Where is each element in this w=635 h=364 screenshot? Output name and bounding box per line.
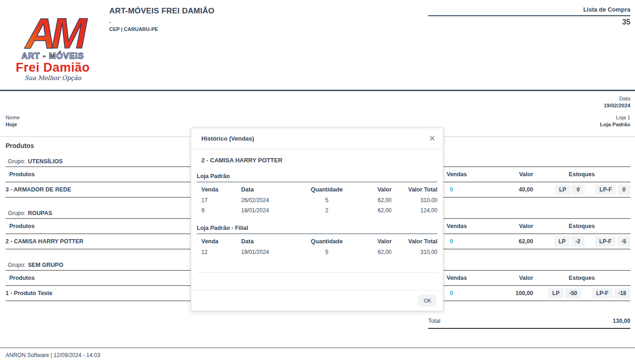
nome-label: Nome [6, 115, 20, 120]
venda-cell: 12 [201, 249, 241, 255]
nome-block: Nome Hoje [6, 115, 20, 127]
logo-art-moveis-text: ART - MÓVEIS [13, 52, 93, 61]
estoques-cell: LP -50 LP-F -18 [533, 288, 630, 298]
ok-button[interactable]: OK [418, 295, 436, 307]
dialog-body-divider [197, 272, 437, 272]
company-address-line: - [109, 19, 214, 25]
data-value: 19/02/2024 [604, 103, 630, 108]
logo-slogan-text: Sua Melhor Opção [13, 74, 93, 81]
store-section-loja-padrao-filial: Loja Padrão - Filial Venda Data Quantida… [197, 225, 437, 257]
valor-total-cell: 124,00 [392, 207, 437, 214]
company-name: ART-MÓVEIS FREI DAMIÃO [109, 6, 214, 16]
valor-col-header: Valor [485, 275, 533, 281]
footer-text: ANRON Software | 12/09/2024 - 14:03 [6, 352, 635, 358]
valor-total-col-header: Valor Total [392, 186, 437, 193]
loja-block: Loja 1 Loja Padrão [600, 115, 630, 127]
lpf-label-badge: LP-F [595, 236, 616, 247]
venda-col-header: Venda [201, 238, 241, 245]
dialog-header: Histórico (Vendas) ✕ [191, 128, 443, 149]
vendas-col-header: Vendas [443, 171, 485, 178]
quantidade-col-header: Quantidade [306, 238, 348, 245]
header-divider [0, 90, 635, 91]
lp-label-badge: LP [555, 185, 570, 195]
company-cep-city: CEP | CARUARU-PE [109, 26, 214, 32]
valor-cell: 62,00 [348, 197, 392, 204]
venda-cell: 17 [201, 197, 241, 204]
vendas-count-link[interactable]: 0 [443, 290, 485, 296]
valor-value: 40,00 [485, 186, 533, 193]
table-row: 9 18/01/2024 2 62,00 124,00 [197, 205, 437, 216]
total-label: Total [428, 318, 440, 324]
vendas-count-link[interactable]: 0 [443, 238, 485, 245]
store-section-loja-padrao: Loja Padrão Venda Data Quantidade Valor … [197, 173, 437, 216]
data-col-header: Data [241, 186, 306, 193]
vendas-col-header: Vendas [443, 223, 485, 229]
total-row: Total 130,00 [428, 318, 630, 329]
lp-label-badge: LP [554, 236, 570, 247]
dialog-product-title: 2 - CAMISA HARRY POTTER [201, 157, 437, 164]
venda-cell: 9 [201, 207, 241, 214]
valor-total-cell: 310,00 [392, 249, 437, 255]
valor-cell: 62,00 [348, 249, 392, 255]
group-label: Grupo: [8, 158, 25, 165]
loja-label: Loja 1 [600, 115, 630, 120]
group-label: Grupo: [8, 262, 25, 268]
report-header: Lista de Compra 35 [428, 6, 630, 26]
table-row: 17 26/02/2024 5 62,00 310,00 [197, 195, 437, 205]
valor-value: 62,00 [485, 238, 533, 245]
data-cell: 19/01/2024 [241, 249, 306, 255]
report-number: 35 [428, 18, 630, 26]
modal-table-header-row: Venda Data Quantidade Valor Valor Total [197, 234, 437, 247]
store-name: Loja Padrão - Filial [197, 225, 437, 234]
estoques-cell: LP -2 LP-F -5 [533, 236, 630, 247]
lista-de-compra-report-page: AM ART - MÓVEIS Frei Damião Sua Melhor O… [0, 0, 635, 364]
valor-value: 100,00 [485, 290, 533, 296]
quantidade-col-header: Quantidade [306, 186, 348, 193]
valor-col-header: Valor [348, 186, 392, 193]
lpf-value-badge: -18 [614, 288, 630, 298]
page-footer: ANRON Software | 12/09/2024 - 14:03 [0, 347, 635, 358]
lpf-value-badge: -5 [617, 236, 630, 247]
valor-col-header: Valor [348, 238, 392, 245]
group-name: ROUPAS [28, 210, 52, 216]
company-header: ART-MÓVEIS FREI DAMIÃO - CEP | CARUARU-P… [109, 6, 214, 32]
products-section-heading: Produtos [6, 142, 34, 149]
quantidade-cell: 5 [306, 249, 348, 255]
estoques-col-header: Estoques [533, 275, 630, 281]
quantidade-cell: 2 [306, 207, 348, 214]
group-name: UTENSÍLIOS [28, 158, 62, 165]
lp-value-badge: 0 [572, 185, 585, 195]
logo-frei-damiao-text: Frei Damião [13, 61, 93, 74]
dialog-title: Histórico (Vendas) [201, 135, 254, 142]
logo-monogram-graphic: AM [15, 10, 91, 52]
nome-value: Hoje [6, 122, 20, 127]
quantidade-cell: 5 [306, 197, 348, 204]
estoques-col-header: Estoques [533, 171, 630, 178]
data-label: Data [604, 96, 630, 101]
company-logo: AM ART - MÓVEIS Frei Damião Sua Melhor O… [13, 10, 93, 86]
group-name: SEM GRUPO [28, 262, 63, 268]
valor-cell: 62,00 [348, 207, 392, 214]
group-label: Grupo: [8, 210, 25, 216]
dialog-footer: OK [191, 290, 443, 311]
report-title: Lista de Compra [428, 6, 630, 16]
valor-col-header: Valor [485, 171, 533, 178]
vendas-count-link[interactable]: 0 [443, 186, 485, 193]
valor-total-cell: 310,00 [392, 197, 437, 204]
lpf-value-badge: 0 [617, 185, 630, 195]
close-icon[interactable]: ✕ [429, 135, 436, 142]
vendas-col-header: Vendas [443, 275, 485, 281]
estoques-cell: LP 0 LP-F 0 [533, 185, 630, 195]
lp-label-badge: LP [548, 288, 563, 298]
valor-total-col-header: Valor Total [392, 238, 437, 245]
estoques-col-header: Estoques [533, 223, 630, 229]
data-cell: 26/02/2024 [241, 197, 306, 204]
lpf-label-badge: LP-F [592, 288, 613, 298]
loja-value: Loja Padrão [600, 122, 630, 127]
lpf-label-badge: LP-F [595, 185, 616, 195]
venda-col-header: Venda [201, 186, 241, 193]
modal-table-header-row: Venda Data Quantidade Valor Valor Total [197, 182, 437, 195]
store-name: Loja Padrão [197, 173, 437, 182]
historico-vendas-dialog: Histórico (Vendas) ✕ 2 - CAMISA HARRY PO… [191, 128, 443, 311]
dialog-body: 2 - CAMISA HARRY POTTER Loja Padrão Vend… [191, 149, 443, 290]
